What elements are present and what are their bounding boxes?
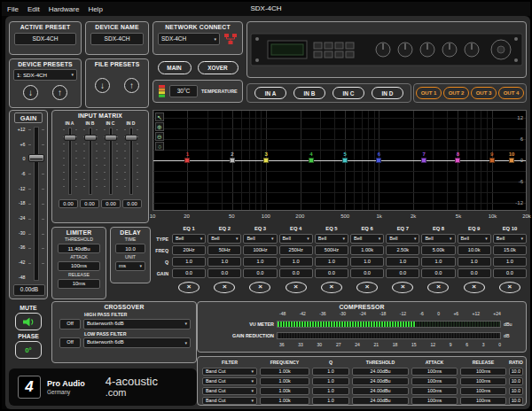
sc-ratio-value[interactable]: 10.0 [509, 377, 523, 385]
sc-ratio-value[interactable]: 10.0 [509, 397, 523, 405]
eq-band-handle[interactable] [509, 158, 514, 163]
sc-threshold-value[interactable]: 24.00dBu [352, 387, 409, 395]
sc-ratio-value[interactable]: 10.0 [509, 368, 523, 376]
sc-q-value[interactable]: 1.0 [312, 387, 349, 395]
sc-attack-value[interactable]: 100ms [411, 368, 458, 376]
sc-threshold-value[interactable]: 24.00dBu [352, 377, 409, 385]
eq-q-value[interactable]: 1.0 [386, 257, 419, 267]
eq-q-value[interactable]: 1.0 [172, 257, 206, 267]
gain-value[interactable]: 0.00dB [13, 284, 45, 296]
menu-item-file[interactable]: File [7, 5, 19, 13]
eq-freq-value[interactable]: 250Hz [279, 245, 313, 255]
sc-release-value[interactable]: 100ms [460, 387, 506, 395]
matrix-fader[interactable] [104, 128, 118, 195]
sc-threshold-value[interactable]: 24.00dBu [352, 368, 409, 376]
eq-q-value[interactable]: 1.0 [493, 257, 527, 267]
eq-bypass-button[interactable]: × [249, 282, 270, 293]
eq-q-value[interactable]: 1.0 [315, 257, 348, 267]
preset-store-button[interactable]: ↑ [52, 85, 67, 100]
xover-view-button[interactable]: XOVER [198, 61, 239, 74]
eq-type-select[interactable]: Bell▾ [279, 234, 313, 244]
eq-gain-value[interactable]: 0.0 [279, 268, 313, 278]
sc-frequency-value[interactable]: 1.00k [260, 387, 309, 395]
matrix-fader[interactable] [124, 128, 138, 195]
eq-bypass-button[interactable]: × [286, 282, 307, 293]
eq-freq-value[interactable]: 1.00k [350, 245, 384, 255]
eq-band-handle[interactable] [184, 158, 190, 163]
eq-band-handle[interactable] [421, 158, 426, 163]
eq-bypass-button[interactable]: × [214, 282, 235, 293]
limiter-release-value[interactable]: 10ms [58, 279, 100, 289]
eq-q-value[interactable]: 1.0 [350, 257, 384, 267]
matrix-fader-knob[interactable] [64, 135, 76, 141]
eq-q-value[interactable]: 1.0 [458, 257, 491, 267]
sc-filter-type-select[interactable]: Band Cut▾ [202, 368, 257, 376]
network-device-select[interactable]: SDX-4CH ▾ [158, 33, 220, 45]
menu-item-hardware[interactable]: Hardware [49, 5, 80, 13]
matrix-fader[interactable] [63, 128, 77, 195]
matrix-fader-knob[interactable] [125, 135, 137, 141]
eq-bypass-button[interactable]: × [356, 282, 378, 293]
crossover-type-select[interactable]: Butterworth 6dB▾ [83, 319, 191, 330]
crossover-state-button[interactable]: Off [59, 319, 81, 330]
eq-type-select[interactable]: Bell▾ [421, 234, 455, 244]
output-select-2[interactable]: OUT 2 [443, 87, 469, 99]
matrix-gain-value[interactable]: 0.00 [59, 199, 78, 208]
eq-type-select[interactable]: Bell▾ [315, 234, 348, 244]
file-save-button[interactable]: ↑ [124, 78, 139, 93]
sc-q-value[interactable]: 1.0 [312, 397, 349, 405]
sc-ratio-value[interactable]: 10.0 [509, 387, 523, 395]
eq-bypass-button[interactable]: × [178, 282, 200, 293]
matrix-gain-value[interactable]: 0.00 [80, 199, 99, 208]
reset-view-tool-icon[interactable]: ○ [155, 142, 164, 151]
menu-item-edit[interactable]: Edit [27, 5, 40, 13]
eq-gain-value[interactable]: 0.0 [493, 268, 527, 278]
sc-filter-type-select[interactable]: Band Cut▾ [202, 387, 257, 395]
eq-gain-value[interactable]: 0.0 [421, 268, 455, 278]
eq-type-select[interactable]: Bell▾ [493, 234, 527, 244]
eq-gain-value[interactable]: 0.0 [386, 268, 419, 278]
delay-time-value[interactable]: 10.0 [115, 244, 145, 253]
eq-freq-value[interactable]: 20Hz [172, 245, 206, 255]
gain-fader-track-area[interactable] [28, 127, 44, 281]
eq-bypass-button[interactable]: × [427, 282, 449, 293]
menu-item-help[interactable]: Help [88, 5, 102, 13]
sc-filter-type-select[interactable]: Band Cut▾ [202, 397, 257, 405]
matrix-fader-knob[interactable] [84, 135, 97, 141]
eq-gain-value[interactable]: 0.0 [172, 268, 206, 278]
output-select-4[interactable]: OUT 4 [498, 87, 524, 99]
zoom-out-tool-icon[interactable]: ⊖ [155, 132, 164, 141]
sc-threshold-value[interactable]: 24.00dBu [352, 397, 409, 405]
preset-recall-button[interactable]: ↓ [23, 85, 38, 100]
eq-band-handle[interactable] [342, 158, 348, 163]
matrix-fader[interactable] [83, 128, 98, 195]
eq-freq-value[interactable]: 500Hz [315, 245, 348, 255]
sc-frequency-value[interactable]: 1.00k [260, 368, 309, 376]
sc-q-value[interactable]: 1.0 [312, 368, 349, 376]
delay-unit-select[interactable]: ms ▾ [115, 261, 145, 271]
sc-attack-value[interactable]: 100ms [411, 377, 458, 385]
sc-release-value[interactable]: 100ms [460, 377, 506, 385]
matrix-fader-knob[interactable] [105, 135, 117, 141]
eq-band-handle[interactable] [376, 158, 381, 163]
eq-freq-value[interactable]: 10.0k [458, 245, 491, 255]
main-view-button[interactable]: MAIN [158, 61, 192, 74]
crossover-state-button[interactable]: Off [59, 337, 81, 348]
device-name-value[interactable]: SDX-4CH [90, 33, 144, 45]
eq-bypass-button[interactable]: × [321, 282, 342, 293]
matrix-gain-value[interactable]: 0.00 [101, 199, 121, 208]
input-select-3[interactable]: IN C [332, 87, 364, 99]
eq-freq-value[interactable]: 15.0k [493, 245, 527, 255]
eq-q-value[interactable]: 1.0 [207, 257, 241, 267]
eq-type-select[interactable]: Bell▾ [350, 234, 384, 244]
sc-q-value[interactable]: 1.0 [312, 377, 349, 385]
cursor-tool-icon[interactable]: ↖ [155, 112, 164, 121]
matrix-gain-value[interactable]: 0.00 [122, 199, 142, 208]
eq-band-handle[interactable] [489, 158, 495, 163]
input-select-4[interactable]: IN D [372, 87, 403, 99]
sc-frequency-value[interactable]: 1.00k [260, 377, 309, 385]
output-select-3[interactable]: OUT 3 [471, 87, 497, 99]
output-select-1[interactable]: OUT 1 [416, 87, 442, 99]
input-select-1[interactable]: IN A [254, 87, 286, 99]
eq-gain-value[interactable]: 0.0 [243, 268, 277, 278]
